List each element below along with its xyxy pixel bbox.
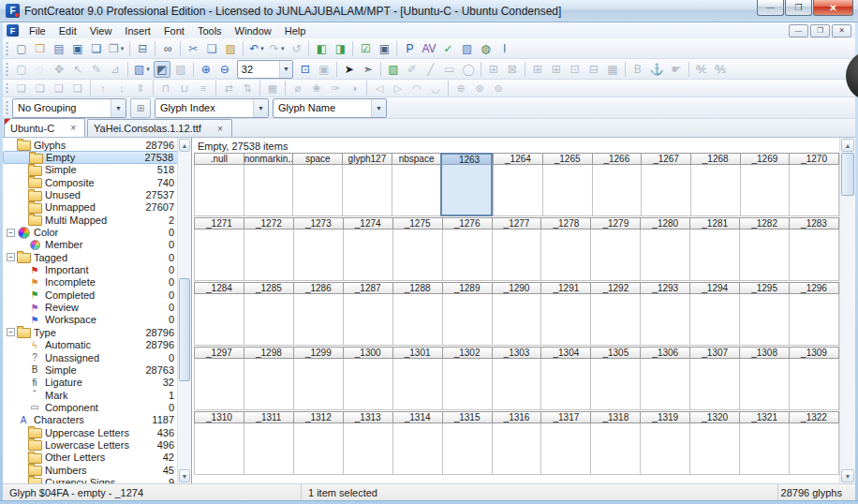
glyph-cell-1289[interactable] (442, 294, 492, 346)
copy-icon[interactable]: ❑ (203, 40, 220, 57)
collapse-icon[interactable]: − (7, 229, 15, 237)
glyph-cell-glyph127[interactable] (342, 165, 392, 216)
zoom-in-icon[interactable]: ⊕ (198, 61, 214, 78)
glyph-cell-1292[interactable] (590, 294, 640, 346)
validate-font-icon[interactable]: ☑ (357, 40, 374, 57)
glyph-cell-1287[interactable] (343, 294, 392, 346)
collapse-icon[interactable]: − (7, 253, 15, 261)
menu-window[interactable]: Window (229, 24, 278, 37)
mdi-close-button[interactable]: ✕ (832, 24, 851, 37)
scroll-down-icon[interactable]: ▼ (841, 469, 854, 482)
tree-item-simple[interactable]: Simple518 (3, 164, 178, 176)
glyph-cell-1270[interactable] (789, 165, 839, 216)
print-icon[interactable]: ⊟ (134, 40, 151, 57)
glyph-cell-1297[interactable] (194, 359, 244, 410)
node-pointer-icon[interactable]: ➣ (360, 61, 377, 78)
glyph-cell-1266[interactable] (592, 165, 642, 216)
glyph-cell-1274[interactable] (343, 230, 392, 281)
tree-item-uppercase-letters[interactable]: Uppercase Letters436 (3, 426, 178, 438)
glyph-cell-1305[interactable] (590, 359, 640, 410)
tree-item-multi-mapped[interactable]: Multi Mapped2 (3, 214, 178, 226)
tree-item-currency-signs[interactable]: Currency Signs9 (3, 476, 178, 483)
glyph-cell-1296[interactable] (789, 294, 839, 346)
menu-tools[interactable]: Tools (191, 24, 229, 37)
glyph-cell-1320[interactable] (689, 423, 739, 475)
glyph-cell-1276[interactable] (442, 230, 492, 281)
glyph-cell-1269[interactable] (740, 165, 790, 216)
glyph-cell-1263[interactable] (440, 165, 493, 216)
tree-item-workspace[interactable]: ⚑Workspace0 (3, 314, 178, 326)
autometrics-icon[interactable]: ✓ (440, 40, 457, 57)
collapse-icon[interactable]: − (7, 328, 15, 336)
tree-item-member[interactable]: Member0 (3, 239, 178, 251)
grouping-combo[interactable]: No Grouping ▼ (12, 98, 126, 118)
tree-item-component[interactable]: ▭Component0 (3, 401, 178, 413)
glyph-cell-1312[interactable] (293, 423, 343, 475)
new-document-icon[interactable]: ▢ (13, 40, 30, 57)
tab-ubuntu-c[interactable]: Ubuntu-C× (4, 118, 85, 137)
tree-item-unassigned[interactable]: ?Unassigned0 (3, 351, 178, 363)
fill-outline-toggle-icon[interactable]: ◩ (154, 61, 170, 78)
glyph-cell-1303[interactable] (492, 359, 541, 410)
zoom-fit-icon[interactable]: ⊡ (297, 61, 314, 78)
mdi-restore-button[interactable]: ❐ (810, 24, 830, 37)
undo-icon[interactable]: ↶▾ (247, 40, 266, 57)
menu-edit[interactable]: Edit (52, 24, 83, 37)
glyph-cell-nbspace[interactable] (392, 165, 441, 216)
glyph-cell-1264[interactable] (493, 165, 542, 216)
paste-icon[interactable]: ▨ (222, 40, 239, 57)
menu-help[interactable]: Help (278, 24, 313, 37)
tree-item-ligature[interactable]: fiLigature32 (3, 377, 178, 389)
tree-item-review[interactable]: ⚑Review0 (3, 301, 178, 313)
glyph-cell-nonmarkin[interactable] (244, 165, 293, 216)
glyph-cell-1275[interactable] (392, 230, 442, 281)
pointer-icon[interactable]: ➤ (341, 61, 358, 78)
cut-icon[interactable]: ✂ (185, 40, 201, 57)
glyph-cell-1267[interactable] (641, 165, 690, 216)
tree-item-unused[interactable]: Unused27537 (3, 188, 178, 200)
mdi-minimize-button[interactable]: — (789, 24, 808, 37)
glyph-cell-1272[interactable] (244, 230, 293, 281)
tree-item-color[interactable]: −Color0 (3, 226, 178, 238)
test-install-icon[interactable]: ▣ (376, 40, 392, 57)
image-export-icon[interactable]: ▧ (459, 40, 476, 57)
glyph-cell-1322[interactable] (789, 423, 839, 475)
transform-wizard-icon[interactable]: ◨ (332, 40, 348, 57)
glyph-wizard-icon[interactable]: ◧ (313, 40, 330, 57)
tree-item-completed[interactable]: ⚑Completed0 (3, 289, 178, 301)
glyph-cell-1301[interactable] (392, 359, 442, 410)
glyph-cell-1277[interactable] (492, 230, 541, 281)
glyph-cell-1271[interactable] (194, 230, 244, 281)
menu-font[interactable]: Font (157, 24, 191, 37)
tree-item-other-letters[interactable]: Other Letters42 (3, 452, 178, 464)
caption-secondary-combo[interactable]: Glyph Name ▼ (273, 98, 387, 118)
glyph-cell-1321[interactable] (739, 423, 789, 475)
glyph-cell-1315[interactable] (442, 423, 492, 475)
tree-item-numbers[interactable]: Numbers45 (3, 464, 178, 476)
kerning-icon[interactable]: AV (420, 40, 437, 57)
glyph-cell-1294[interactable] (689, 294, 739, 346)
glyph-cell-1288[interactable] (392, 294, 442, 346)
glyph-cell-1310[interactable] (194, 423, 244, 475)
glyph-cell-1265[interactable] (542, 165, 592, 216)
find-icon[interactable]: ∞ (159, 40, 176, 57)
save-all-icon[interactable]: ❏ (88, 40, 105, 57)
glyph-cell-1307[interactable] (689, 359, 739, 410)
menu-insert[interactable]: Insert (118, 24, 157, 37)
glyph-cell-1306[interactable] (640, 359, 689, 410)
glyph-cell-1283[interactable] (789, 230, 839, 281)
preview-icon[interactable]: P (401, 40, 418, 57)
glyph-cell-1291[interactable] (540, 294, 590, 346)
tree-item-lowercase-letters[interactable]: Lowercase Letters496 (3, 438, 178, 451)
maximize-button[interactable]: ❐ (785, 0, 812, 16)
glyph-cell-1318[interactable] (590, 423, 640, 475)
glyph-cell-1313[interactable] (343, 423, 392, 475)
glyph-cell-null[interactable] (194, 165, 244, 216)
glyph-cell-1282[interactable] (739, 230, 789, 281)
export-font-icon[interactable]: ❐▾ (107, 40, 126, 57)
close-icon[interactable]: × (214, 124, 226, 134)
menu-file[interactable]: File (22, 24, 52, 37)
glyph-cell-1273[interactable] (293, 230, 343, 281)
glyph-cell-1316[interactable] (492, 423, 541, 475)
tree-item-glyphs[interactable]: Glyphs28796 (3, 139, 178, 151)
